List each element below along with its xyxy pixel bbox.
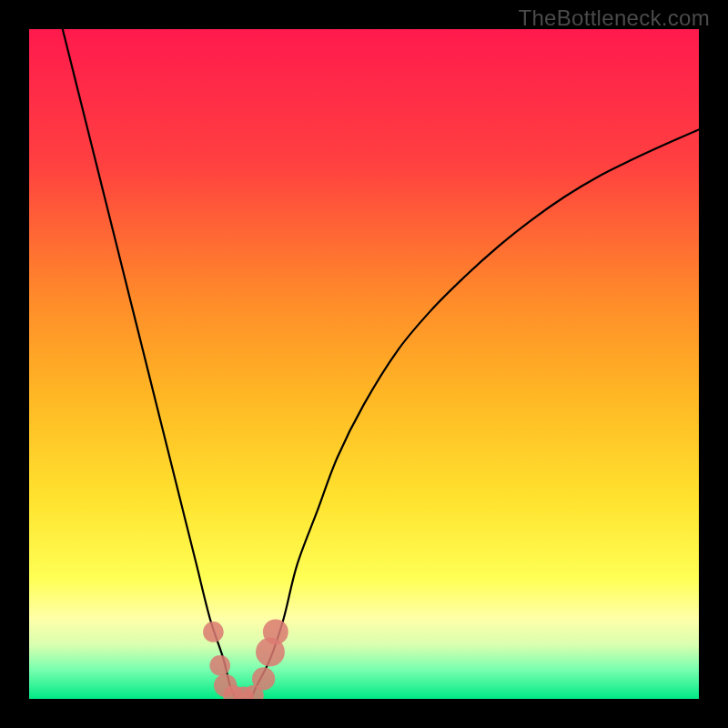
marker-right-low	[252, 667, 275, 690]
watermark-text: TheBottleneck.com	[518, 5, 710, 31]
bottleneck-curve	[63, 29, 699, 699]
plot-area	[29, 29, 699, 699]
marker-left-upper	[203, 622, 224, 642]
chart-frame: TheBottleneck.com	[0, 0, 728, 728]
marker-right-upper	[263, 619, 288, 644]
marker-left-mid	[209, 655, 230, 676]
data-markers	[203, 619, 288, 699]
curve-layer	[29, 29, 699, 699]
